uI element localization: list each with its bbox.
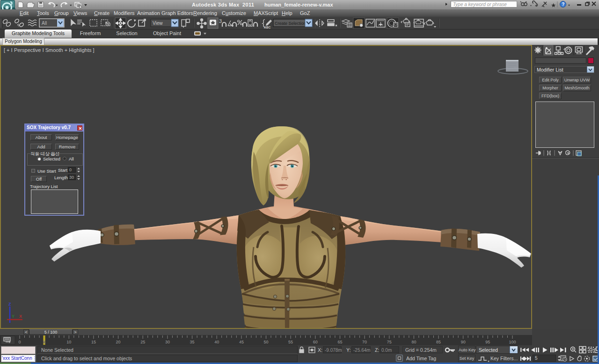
svg-text:60: 60 — [313, 340, 318, 344]
svg-text:?: ? — [562, 2, 564, 7]
svg-text:3: 3 — [219, 18, 222, 24]
svg-text:65: 65 — [337, 340, 342, 344]
svg-text:45: 45 — [239, 340, 244, 344]
svg-text:All: All — [42, 21, 47, 26]
svg-text:75: 75 — [387, 340, 392, 344]
svg-text:30: 30 — [165, 340, 170, 344]
svg-text:20: 20 — [116, 340, 121, 344]
svg-text:80: 80 — [411, 340, 416, 344]
svg-text:95: 95 — [485, 340, 490, 344]
svg-text:35: 35 — [190, 340, 195, 344]
svg-text:25: 25 — [140, 340, 145, 344]
svg-text:100: 100 — [509, 340, 516, 344]
svg-text:0: 0 — [18, 340, 21, 344]
svg-text:ABC: ABC — [264, 26, 270, 29]
svg-text:70: 70 — [362, 340, 367, 344]
svg-text:Create Selection S: Create Selection S — [275, 21, 310, 26]
svg-text:View: View — [153, 21, 163, 26]
svg-text:10: 10 — [66, 340, 71, 344]
svg-text:55: 55 — [288, 340, 293, 344]
svg-text:90: 90 — [461, 340, 466, 344]
svg-text:5: 5 — [43, 340, 45, 344]
svg-text:85: 85 — [436, 340, 441, 344]
svg-text:50: 50 — [263, 340, 268, 344]
svg-text:40: 40 — [214, 340, 219, 344]
svg-text:15: 15 — [91, 340, 96, 344]
